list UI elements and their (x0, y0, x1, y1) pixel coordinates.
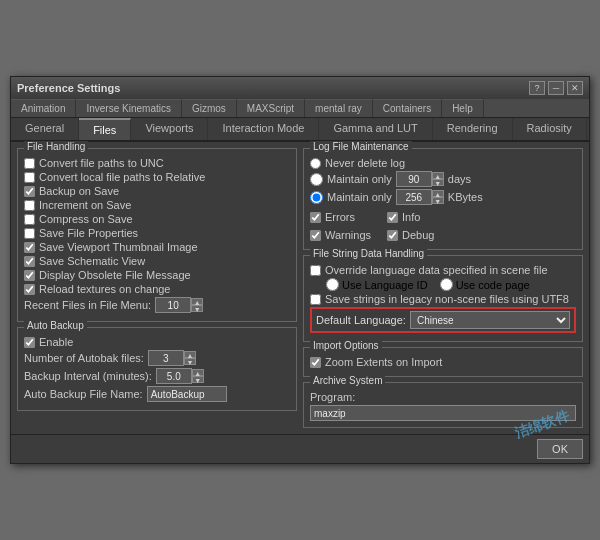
tab-general[interactable]: General (11, 118, 79, 140)
radio-kb-input[interactable] (310, 191, 323, 204)
tab-interaction-mode[interactable]: Interaction Mode (208, 118, 319, 140)
cb-backup-save: Backup on Save (24, 185, 290, 197)
file-handling-title: File Handling (24, 141, 88, 152)
cb-errors-label: Errors (325, 211, 355, 223)
interval-row: Backup Interval (minutes): ▲ ▼ (24, 368, 290, 384)
spin-down-icon[interactable]: ▼ (191, 305, 203, 312)
file-handling-content: Convert file paths to UNC Convert local … (24, 157, 290, 313)
cb-backup-save-input[interactable] (24, 186, 35, 197)
recent-files-spinner[interactable]: ▲ ▼ (191, 298, 203, 312)
radio-maintain-days-row: Maintain only ▲ ▼ days (310, 171, 576, 187)
tab-mental-ray[interactable]: mental ray (305, 99, 373, 117)
cb-display-obsolete-input[interactable] (24, 270, 35, 281)
tab-rendering[interactable]: Rendering (433, 118, 513, 140)
right-column: Log File Maintenance Never delete log Ma… (303, 148, 583, 428)
tab-files[interactable]: Files (79, 118, 131, 140)
cb-save-schematic-input[interactable] (24, 256, 35, 267)
filename-label: Auto Backup File Name: (24, 388, 143, 400)
log-file-group: Log File Maintenance Never delete log Ma… (303, 148, 583, 250)
close-button[interactable]: ✕ (567, 81, 583, 95)
cb-reload-textures: Reload textures on change (24, 283, 290, 295)
cb-increment-save-input[interactable] (24, 200, 35, 211)
cb-compress-save-input[interactable] (24, 214, 35, 225)
tab-gizmos[interactable]: Gizmos (182, 99, 237, 117)
window-title: Preference Settings (17, 82, 120, 94)
title-bar: Preference Settings ? ─ ✕ (11, 77, 589, 99)
radio-code-page-label: Use code page (456, 279, 530, 291)
cb-increment-save-label: Increment on Save (39, 199, 131, 211)
cb-reload-textures-input[interactable] (24, 284, 35, 295)
program-label: Program: (310, 391, 355, 403)
cb-errors-input[interactable] (310, 212, 321, 223)
cb-warnings-input[interactable] (310, 230, 321, 241)
tab-maxscript[interactable]: MAXScript (237, 99, 305, 117)
cb-info-input[interactable] (387, 212, 398, 223)
auto-backup-enable-input[interactable] (24, 337, 35, 348)
tab-gamma-lut[interactable]: Gamma and LUT (319, 118, 432, 140)
cb-convert-local-label: Convert local file paths to Relative (39, 171, 205, 183)
cb-info-label: Info (402, 211, 420, 223)
tab-viewports[interactable]: Viewports (131, 118, 208, 140)
default-lang-row: Default Language: Chinese English Japane… (310, 307, 576, 333)
days-unit: days (448, 173, 471, 185)
days-input[interactable] (396, 171, 432, 187)
kb-spin-down[interactable]: ▼ (432, 197, 444, 204)
radio-code-page-input[interactable] (440, 278, 453, 291)
cb-save-file-props: Save File Properties (24, 227, 290, 239)
tab-help[interactable]: Help (442, 99, 484, 117)
cb-save-viewport-input[interactable] (24, 242, 35, 253)
num-spin-down[interactable]: ▼ (184, 358, 196, 365)
spin-up-icon[interactable]: ▲ (191, 298, 203, 305)
cb-convert-unc-label: Convert file paths to UNC (39, 157, 164, 169)
radio-lang-id-label: Use Language ID (342, 279, 428, 291)
cb-save-file-props-input[interactable] (24, 228, 35, 239)
minimize-button[interactable]: ─ (548, 81, 564, 95)
program-input[interactable] (310, 405, 576, 421)
help-button[interactable]: ? (529, 81, 545, 95)
interval-spinner[interactable]: ▲ ▼ (192, 369, 204, 383)
lang-radio-group: Use Language ID Use code page (326, 278, 576, 291)
cb-compress-save-label: Compress on Save (39, 213, 133, 225)
num-files-row: Number of Autobak files: ▲ ▼ (24, 350, 290, 366)
tab-animation[interactable]: Animation (11, 99, 76, 117)
interval-spin-up[interactable]: ▲ (192, 369, 204, 376)
kb-input[interactable] (396, 189, 432, 205)
cb-save-viewport-label: Save Viewport Thumbnail Image (39, 241, 198, 253)
cb-debug: Debug (387, 229, 434, 241)
ok-button[interactable]: OK (537, 439, 583, 459)
days-spin-down[interactable]: ▼ (432, 179, 444, 186)
interval-input[interactable] (156, 368, 192, 384)
kb-spin-up[interactable]: ▲ (432, 190, 444, 197)
radio-lang-id: Use Language ID (326, 278, 428, 291)
kb-spinner[interactable]: ▲ ▼ (432, 190, 444, 204)
cb-override-label: Override language data specified in scen… (325, 264, 548, 276)
import-options-title: Import Options (310, 340, 382, 351)
days-spin-up[interactable]: ▲ (432, 172, 444, 179)
file-string-group: File String Data Handling Override langu… (303, 255, 583, 342)
cb-save-schematic: Save Schematic View (24, 255, 290, 267)
num-files-spinner[interactable]: ▲ ▼ (184, 351, 196, 365)
interval-spin-down[interactable]: ▼ (192, 376, 204, 383)
radio-days-input[interactable] (310, 173, 323, 186)
tab-containers[interactable]: Containers (373, 99, 442, 117)
tab-inverse-kinematics[interactable]: Inverse Kinematics (76, 99, 181, 117)
recent-files-input[interactable] (155, 297, 191, 313)
default-lang-select[interactable]: Chinese English Japanese Korean (410, 311, 570, 329)
cb-override-input[interactable] (310, 265, 321, 276)
cb-debug-input[interactable] (387, 230, 398, 241)
cb-display-obsolete: Display Obsolete File Message (24, 269, 290, 281)
cb-save-viewport: Save Viewport Thumbnail Image (24, 241, 290, 253)
cb-convert-unc: Convert file paths to UNC (24, 157, 290, 169)
import-options-group: Import Options Zoom Extents on Import (303, 347, 583, 377)
cb-convert-unc-input[interactable] (24, 158, 35, 169)
tab-radiosity[interactable]: Radiosity (513, 118, 587, 140)
filename-input[interactable] (147, 386, 227, 402)
cb-utf8-input[interactable] (310, 294, 321, 305)
num-files-input[interactable] (148, 350, 184, 366)
radio-lang-id-input[interactable] (326, 278, 339, 291)
cb-convert-local-input[interactable] (24, 172, 35, 183)
cb-zoom-extents-input[interactable] (310, 357, 321, 368)
num-spin-up[interactable]: ▲ (184, 351, 196, 358)
days-spinner[interactable]: ▲ ▼ (432, 172, 444, 186)
radio-never-input[interactable] (310, 158, 321, 169)
